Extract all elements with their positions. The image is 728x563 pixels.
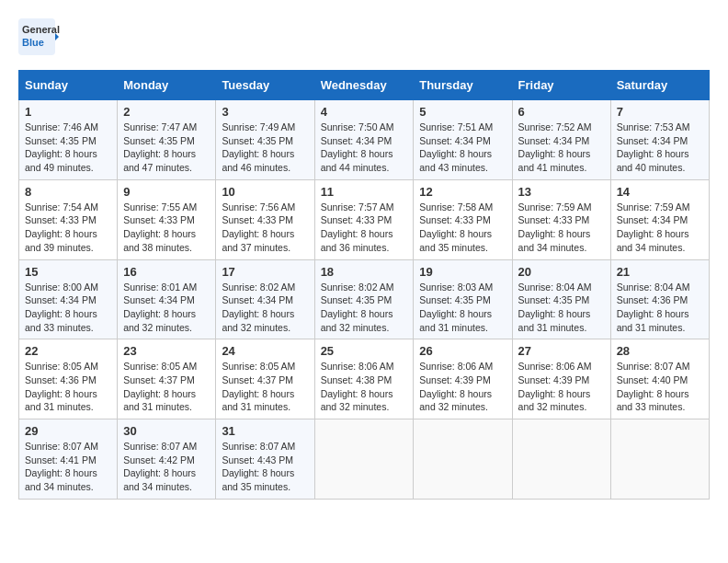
svg-text:Blue: Blue: [22, 37, 44, 48]
day-cell-14: 14Sunrise: 7:59 AMSunset: 4:34 PMDayligh…: [610, 179, 709, 259]
day-cell-2: 2Sunrise: 7:47 AMSunset: 4:35 PMDaylight…: [118, 100, 216, 180]
day-cell-5: 5Sunrise: 7:51 AMSunset: 4:34 PMDaylight…: [414, 100, 512, 180]
day-cell-21: 21Sunrise: 8:04 AMSunset: 4:36 PMDayligh…: [610, 259, 709, 339]
day-cell-24: 24Sunrise: 8:05 AMSunset: 4:37 PMDayligh…: [216, 339, 314, 419]
empty-cell: [414, 419, 512, 500]
day-cell-26: 26Sunrise: 8:06 AMSunset: 4:39 PMDayligh…: [414, 339, 512, 419]
col-header-sunday: Sunday: [19, 71, 118, 100]
day-cell-18: 18Sunrise: 8:02 AMSunset: 4:35 PMDayligh…: [314, 259, 414, 339]
day-cell-30: 30Sunrise: 8:07 AMSunset: 4:42 PMDayligh…: [118, 419, 216, 500]
col-header-saturday: Saturday: [610, 71, 709, 100]
day-cell-8: 8Sunrise: 7:54 AMSunset: 4:33 PMDaylight…: [19, 179, 118, 259]
day-cell-10: 10Sunrise: 7:56 AMSunset: 4:33 PMDayligh…: [216, 179, 314, 259]
day-cell-31: 31Sunrise: 8:07 AMSunset: 4:43 PMDayligh…: [216, 419, 314, 500]
day-cell-9: 9Sunrise: 7:55 AMSunset: 4:33 PMDaylight…: [118, 179, 216, 259]
day-cell-11: 11Sunrise: 7:57 AMSunset: 4:33 PMDayligh…: [314, 179, 414, 259]
logo-svg: General Blue: [18, 18, 63, 55]
col-header-friday: Friday: [512, 71, 610, 100]
day-cell-27: 27Sunrise: 8:06 AMSunset: 4:39 PMDayligh…: [512, 339, 610, 419]
day-cell-12: 12Sunrise: 7:58 AMSunset: 4:33 PMDayligh…: [414, 179, 512, 259]
day-cell-6: 6Sunrise: 7:52 AMSunset: 4:34 PMDaylight…: [512, 100, 610, 180]
header: General Blue: [18, 18, 710, 55]
calendar-header-row: SundayMondayTuesdayWednesdayThursdayFrid…: [19, 71, 710, 100]
day-cell-23: 23Sunrise: 8:05 AMSunset: 4:37 PMDayligh…: [118, 339, 216, 419]
day-cell-13: 13Sunrise: 7:59 AMSunset: 4:33 PMDayligh…: [512, 179, 610, 259]
empty-cell: [512, 419, 610, 500]
day-cell-25: 25Sunrise: 8:06 AMSunset: 4:38 PMDayligh…: [314, 339, 414, 419]
calendar-table: SundayMondayTuesdayWednesdayThursdayFrid…: [18, 70, 710, 500]
col-header-thursday: Thursday: [414, 71, 512, 100]
day-cell-7: 7Sunrise: 7:53 AMSunset: 4:34 PMDaylight…: [610, 100, 709, 180]
day-cell-28: 28Sunrise: 8:07 AMSunset: 4:40 PMDayligh…: [610, 339, 709, 419]
logo: General Blue: [18, 18, 63, 55]
empty-cell: [610, 419, 709, 500]
col-header-monday: Monday: [118, 71, 216, 100]
empty-cell: [314, 419, 414, 500]
col-header-wednesday: Wednesday: [314, 71, 414, 100]
day-cell-1: 1Sunrise: 7:46 AMSunset: 4:35 PMDaylight…: [19, 100, 118, 180]
day-cell-3: 3Sunrise: 7:49 AMSunset: 4:35 PMDaylight…: [216, 100, 314, 180]
day-cell-20: 20Sunrise: 8:04 AMSunset: 4:35 PMDayligh…: [512, 259, 610, 339]
day-cell-22: 22Sunrise: 8:05 AMSunset: 4:36 PMDayligh…: [19, 339, 118, 419]
day-cell-15: 15Sunrise: 8:00 AMSunset: 4:34 PMDayligh…: [19, 259, 118, 339]
day-cell-4: 4Sunrise: 7:50 AMSunset: 4:34 PMDaylight…: [314, 100, 414, 180]
day-cell-29: 29Sunrise: 8:07 AMSunset: 4:41 PMDayligh…: [19, 419, 118, 500]
day-cell-19: 19Sunrise: 8:03 AMSunset: 4:35 PMDayligh…: [414, 259, 512, 339]
day-cell-16: 16Sunrise: 8:01 AMSunset: 4:34 PMDayligh…: [118, 259, 216, 339]
svg-text:General: General: [22, 24, 60, 35]
col-header-tuesday: Tuesday: [216, 71, 314, 100]
day-cell-17: 17Sunrise: 8:02 AMSunset: 4:34 PMDayligh…: [216, 259, 314, 339]
